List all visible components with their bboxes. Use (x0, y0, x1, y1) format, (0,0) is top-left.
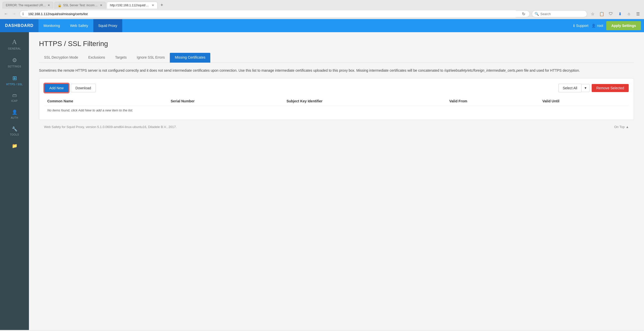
new-tab-button[interactable]: + (158, 2, 165, 9)
version-text: Web Safety for Squid Proxy, version 5.1.… (44, 125, 177, 129)
browser-title-bar: ERROR: The requested URL coul... ✕ 🔒 SSL… (0, 0, 644, 9)
tab-label-3: http://192.168.1.112/squid/ssl/m... (110, 4, 150, 7)
menu-icon[interactable]: ☰ (634, 10, 641, 17)
search-input[interactable] (540, 12, 584, 16)
info-circle-icon: ℹ (573, 24, 575, 28)
tab-targets[interactable]: Targets (110, 53, 132, 63)
col-subject-key: Subject Key Identifier (284, 97, 446, 106)
sidebar: A GENERAL ⚙ SETTINGS ⊞ HTTPS / SSL 🗃 ICA… (0, 32, 29, 330)
empty-message: No items found, click Add New to add a n… (44, 106, 629, 115)
tab-close-2[interactable]: ✕ (100, 4, 102, 7)
auth-icon: 👤 (12, 109, 17, 115)
table-body: No items found, click Add New to add a n… (44, 106, 629, 115)
app-logo: DASHBOARD (0, 19, 38, 32)
app-wrapper: DASHBOARD Monitoring Web Safety Squid Pr… (0, 19, 644, 330)
col-valid-from: Valid From (446, 97, 539, 106)
home-icon[interactable]: ⌂ (625, 10, 632, 17)
sidebar-label-auth: AUTH (11, 116, 18, 119)
browser-nav-buttons: ← → (3, 10, 18, 17)
table-toolbar: Add New Download Select All ▼ Remove Sel… (44, 84, 629, 93)
right-toolbar: Select All ▼ Remove Selected (558, 84, 629, 92)
download-icon[interactable]: ⬇ (616, 10, 623, 17)
sidebar-item-tools[interactable]: 🔧 TOOLS (0, 123, 29, 140)
page-title: HTTPS / SSL Filtering (39, 40, 634, 48)
pocket-icon[interactable]: 🛡 (607, 10, 614, 17)
tab-missing-certs[interactable]: Missing Certificates (170, 53, 210, 63)
nav-monitoring[interactable]: Monitoring (38, 19, 65, 32)
general-icon: A (12, 38, 17, 46)
sidebar-label-general: GENERAL (8, 47, 21, 50)
sidebar-item-auth[interactable]: 👤 AUTH (0, 106, 29, 123)
sidebar-label-settings: SETTINGS (8, 65, 21, 68)
browser-chrome: ERROR: The requested URL coul... ✕ 🔒 SSL… (0, 0, 644, 19)
on-top-label: On Top (614, 125, 625, 129)
sidebar-item-files[interactable]: 📁 (0, 140, 29, 154)
reading-list-icon[interactable]: 📋 (598, 10, 605, 17)
sidebar-item-settings[interactable]: ⚙ SETTINGS (0, 54, 29, 71)
nav-websafety[interactable]: Web Safety (65, 19, 93, 32)
tools-icon: 🔧 (12, 126, 17, 132)
reload-button[interactable]: ↻ (520, 10, 527, 17)
app-header: DASHBOARD Monitoring Web Safety Squid Pr… (0, 19, 644, 32)
search-icon: 🔍 (535, 12, 539, 16)
col-serial-number: Serial Number (168, 97, 283, 106)
info-icon: ℹ (22, 12, 24, 16)
app-nav: Monitoring Web Safety Squid Proxy (38, 19, 122, 32)
table-header: Common Name Serial Number Subject Key Id… (44, 97, 629, 106)
data-table: Common Name Serial Number Subject Key Id… (44, 97, 629, 115)
tab-label-2: SSL Server Test: incomplete... (63, 4, 98, 7)
tab-close-3[interactable]: ✕ (152, 4, 154, 7)
sidebar-label-icap: ICAP (11, 100, 18, 102)
chevron-up-icon: ▲ (626, 125, 629, 129)
search-box: 🔍 (532, 10, 587, 17)
address-input[interactable] (25, 10, 518, 17)
apply-settings-button[interactable]: Apply Settings (606, 21, 641, 30)
sidebar-item-icap[interactable]: 🗃 ICAP (0, 89, 29, 106)
https-ssl-icon: ⊞ (12, 75, 17, 81)
icap-icon: 🗃 (12, 93, 17, 98)
sidebar-label-tools: TOOLS (10, 133, 19, 136)
tab-ignore-ssl[interactable]: Ignore SSL Errors (132, 53, 170, 63)
settings-icon: ⚙ (12, 57, 17, 64)
browser-tab-2[interactable]: 🔒 SSL Server Test: incomplete... ✕ (54, 2, 106, 9)
browser-address-bar: ← → ℹ ↻ 🔍 ☆ 📋 🛡 ⬇ ⌂ ☰ (0, 9, 644, 19)
empty-row: No items found, click Add New to add a n… (44, 106, 629, 115)
col-valid-until: Valid Until (539, 97, 629, 106)
back-button[interactable]: ← (3, 10, 10, 17)
tab-close-1[interactable]: ✕ (48, 4, 50, 7)
tab-bar: SSL Decryption Mode Exclusions Targets I… (39, 53, 634, 63)
sidebar-item-general[interactable]: A GENERAL (0, 35, 29, 54)
user-avatar-icon: 👤 (591, 24, 596, 28)
forward-button[interactable]: → (11, 10, 18, 17)
browser-tab-1[interactable]: ERROR: The requested URL coul... ✕ (3, 2, 53, 9)
browser-toolbar-icons: ☆ 📋 🛡 ⬇ ⌂ ☰ (589, 10, 641, 17)
user-label: root (597, 24, 603, 28)
add-new-button[interactable]: Add New (44, 84, 69, 93)
col-common-name: Common Name (44, 97, 168, 106)
tab-label-1: ERROR: The requested URL coul... (6, 4, 46, 7)
page-footer: Web Safety for Squid Proxy, version 5.1.… (39, 120, 634, 134)
browser-tab-3[interactable]: http://192.168.1.112/squid/ssl/m... ✕ (107, 2, 157, 9)
select-all-button[interactable]: Select All (558, 84, 581, 92)
page-description: Sometimes the remote HTTPS server is not… (39, 68, 634, 73)
support-button[interactable]: ℹ Support (573, 24, 588, 28)
user-info[interactable]: 👤 root (591, 24, 603, 28)
download-button[interactable]: Download (71, 84, 96, 92)
tab-ssl-decryption[interactable]: SSL Decryption Mode (39, 53, 83, 63)
description-text: Sometimes the remote HTTPS server is not… (39, 68, 444, 72)
main-layout: A GENERAL ⚙ SETTINGS ⊞ HTTPS / SSL 🗃 ICA… (0, 32, 644, 330)
support-label: Support (576, 24, 588, 28)
main-content: HTTPS / SSL Filtering SSL Decryption Mod… (29, 32, 644, 330)
description-path: /opt/websafety/etc/foreign_intermediate_… (444, 68, 523, 72)
table-container: Add New Download Select All ▼ Remove Sel… (39, 78, 634, 120)
select-dropdown-button[interactable]: ▼ (581, 84, 590, 92)
sidebar-label-https-ssl: HTTPS / SSL (6, 83, 23, 86)
bookmark-icon[interactable]: ☆ (589, 10, 596, 17)
nav-squidproxy[interactable]: Squid Proxy (93, 19, 122, 32)
sidebar-item-https-ssl[interactable]: ⊞ HTTPS / SSL (0, 71, 29, 89)
remove-selected-button[interactable]: Remove Selected (592, 84, 629, 92)
tab-exclusions[interactable]: Exclusions (83, 53, 110, 63)
on-top-link[interactable]: On Top ▲ (614, 125, 629, 129)
header-right: ℹ Support 👤 root Apply Settings (573, 21, 644, 30)
description-suffix: file and used for HTTPS decryption. (523, 68, 580, 72)
